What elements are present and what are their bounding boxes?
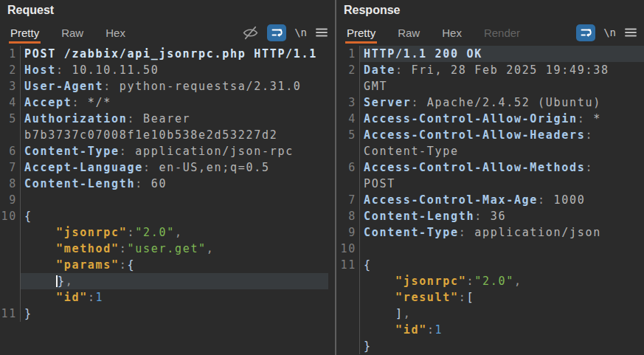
code-line-content: HTTP/1.1 200 OK	[360, 46, 644, 62]
code-line-content: }	[21, 306, 328, 322]
response-editor[interactable]: 1HTTP/1.1 200 OK2Date: Fri, 28 Feb 2025 …	[336, 44, 644, 355]
code-line-content: "id":1	[21, 289, 328, 306]
code-line: 11{	[336, 257, 644, 273]
line-number	[336, 78, 360, 94]
line-number: 9	[0, 192, 21, 208]
code-line: POST	[336, 176, 644, 192]
code-line-content: Content-Type: application/json	[360, 224, 644, 241]
response-tab-raw[interactable]: Raw	[396, 22, 421, 44]
line-number	[0, 241, 21, 257]
code-line: 3User-Agent: python-requestsa/2.31.0	[0, 78, 335, 94]
line-number: 3	[336, 94, 360, 111]
line-number	[336, 273, 360, 289]
code-line-content: "result":[	[360, 289, 644, 306]
code-line-content	[360, 241, 644, 257]
code-line: 11}	[0, 306, 335, 322]
line-number	[336, 306, 360, 322]
request-tab-hex[interactable]: Hex	[104, 22, 127, 44]
response-title: Response	[344, 4, 400, 16]
request-title: Request	[7, 4, 54, 16]
request-tab-raw[interactable]: Raw	[60, 22, 85, 44]
line-number: 4	[0, 94, 21, 111]
code-line: GMT	[336, 78, 644, 94]
soft-wrap-icon[interactable]	[576, 24, 595, 41]
soft-wrap-icon[interactable]	[267, 24, 286, 41]
code-line: 10{	[0, 208, 335, 224]
response-tab-pretty[interactable]: Pretty	[345, 22, 377, 44]
menu-icon[interactable]	[315, 27, 328, 38]
code-line-content: User-Agent: python-requestsa/2.31.0	[21, 78, 328, 94]
line-number: 11	[0, 306, 21, 322]
line-number: 8	[0, 176, 21, 192]
request-header: Request	[0, 0, 335, 21]
code-line-content: Accept-Language: en-US,en;q=0.5	[21, 159, 328, 176]
newline-chars-icon[interactable]: \n	[603, 27, 616, 38]
line-number: 3	[0, 78, 21, 94]
response-tabs: PrettyRawHexRender	[345, 21, 541, 44]
hide-eye-icon[interactable]	[242, 24, 259, 41]
line-number	[336, 322, 360, 338]
request-editor[interactable]: 1POST /zabbix/api_jsonrpc.php HTTP/1.12H…	[0, 44, 335, 355]
line-number: 1	[336, 46, 360, 62]
http-message-viewer: Request PrettyRawHex \n	[0, 0, 644, 355]
code-line: 7Accept-Language: en-US,en;q=0.5	[0, 159, 335, 176]
request-tabs: PrettyRawHex	[9, 21, 146, 44]
line-number: 10	[336, 241, 360, 257]
code-line: 5Authorization: Bearer	[0, 111, 335, 127]
code-line: "result":[	[336, 289, 644, 306]
line-number: 7	[336, 192, 360, 208]
code-line-content: Authorization: Bearer	[21, 111, 328, 127]
code-line: "jsonrpc":"2.0",	[0, 224, 335, 241]
code-line: 7Access-Control-Max-Age: 1000	[336, 192, 644, 208]
code-line: b7b3737c07008f1e10b538e2d53227d2	[0, 127, 335, 143]
code-line-content: "jsonrpc":"2.0",	[360, 273, 644, 289]
code-line: },	[0, 273, 335, 289]
line-number: 1	[0, 46, 21, 62]
code-line-content: Content-Type	[360, 143, 644, 159]
code-line: 10	[336, 241, 644, 257]
request-tab-pretty[interactable]: Pretty	[9, 22, 41, 44]
line-number	[0, 289, 21, 306]
code-line: 8Content-Length: 36	[336, 208, 644, 224]
code-line: "jsonrpc":"2.0",	[336, 273, 644, 289]
newline-chars-icon[interactable]: \n	[294, 27, 307, 38]
code-line: ],	[336, 306, 644, 322]
response-tab-hex[interactable]: Hex	[440, 22, 463, 44]
menu-icon[interactable]	[624, 27, 637, 38]
line-number: 8	[336, 208, 360, 224]
code-line-content: Content-Length: 36	[360, 208, 644, 224]
code-line: "params":{	[0, 257, 335, 273]
code-line-content: "params":{	[21, 257, 328, 273]
line-number	[336, 289, 360, 306]
response-header: Response	[336, 0, 644, 21]
code-line-content: "id":1	[360, 322, 644, 338]
code-line: 4Access-Control-Allow-Origin: *	[336, 111, 644, 127]
code-line-content: Server: Apache/2.4.52 (Ubuntu)	[360, 94, 644, 111]
code-line-content	[21, 192, 328, 208]
line-number	[0, 257, 21, 273]
line-number	[336, 176, 360, 192]
code-line-content: POST	[360, 176, 644, 192]
code-line-content: Accept: */*	[21, 94, 328, 111]
code-line-content: Access-Control-Allow-Headers:	[360, 127, 644, 143]
response-panel: Response PrettyRawHexRender \n 1HTTP/1.1…	[336, 0, 644, 355]
code-line-content: Content-Length: 60	[21, 176, 328, 192]
response-tab-render[interactable]: Render	[482, 22, 522, 44]
code-line: "id":1	[336, 322, 644, 338]
code-line: 1POST /zabbix/api_jsonrpc.php HTTP/1.1	[0, 46, 335, 62]
code-line-content: }	[360, 338, 644, 354]
code-line-content: Access-Control-Max-Age: 1000	[360, 192, 644, 208]
code-line-content: GMT	[360, 78, 644, 94]
code-line-content: Date: Fri, 28 Feb 2025 19:49:38	[360, 62, 644, 78]
line-number	[0, 224, 21, 241]
line-number	[336, 338, 360, 354]
line-number: 9	[336, 224, 360, 241]
line-number	[336, 143, 360, 159]
code-line: "id":1	[0, 289, 335, 306]
code-line-content: POST /zabbix/api_jsonrpc.php HTTP/1.1	[21, 46, 328, 62]
code-line-content: b7b3737c07008f1e10b538e2d53227d2	[21, 127, 328, 143]
code-line: }	[336, 338, 644, 354]
line-number: 7	[0, 159, 21, 176]
code-line-content: },	[21, 273, 328, 289]
request-tabbar: PrettyRawHex \n	[0, 21, 335, 44]
